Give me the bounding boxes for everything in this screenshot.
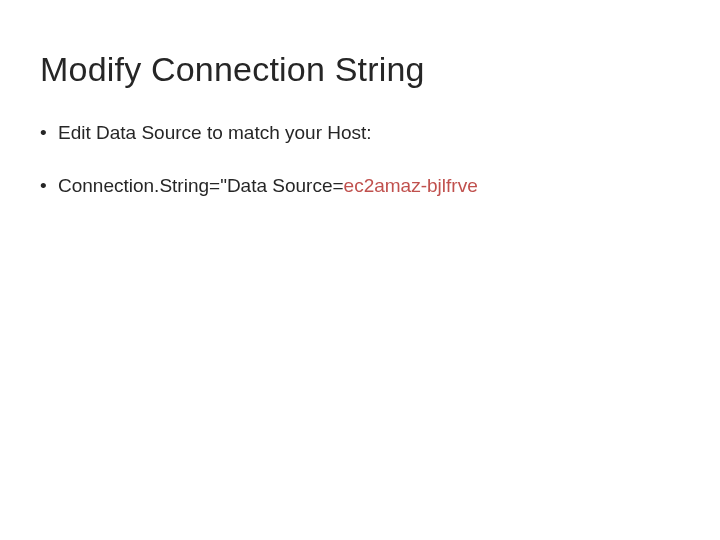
bullet-item: Edit Data Source to match your Host: — [40, 121, 680, 146]
slide: Modify Connection String Edit Data Sourc… — [0, 0, 720, 540]
bullet-text-highlight: ec2amaz-bjlfrve — [344, 175, 478, 196]
bullet-item: Connection.String="Data Source=ec2amaz-b… — [40, 174, 680, 199]
bullet-text-prefix: Connection.String="Data Source= — [58, 175, 344, 196]
slide-title: Modify Connection String — [40, 50, 680, 89]
bullet-text: Edit Data Source to match your Host: — [58, 122, 372, 143]
bullet-list: Edit Data Source to match your Host: Con… — [40, 121, 680, 198]
